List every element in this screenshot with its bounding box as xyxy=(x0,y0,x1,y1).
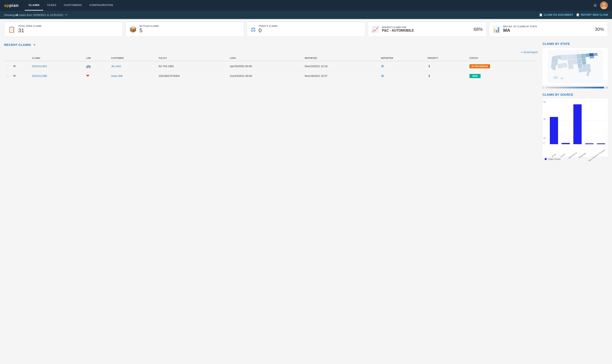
col-priority: PRIORITY xyxy=(426,55,467,61)
bar-phone-group xyxy=(560,101,571,144)
todays-claims-icon: ⚖ xyxy=(251,26,256,33)
table-row: ☆ ✉ 2021011402 🚌 Jia John 62-743-2381 Ap… xyxy=(4,61,538,71)
us-map-container xyxy=(543,48,608,85)
legend-gradient-bar xyxy=(545,87,604,88)
bar-whatsapp xyxy=(585,143,593,144)
customer-link-1[interactable]: Jia John xyxy=(111,65,121,68)
grid-icon[interactable]: ⊞ xyxy=(594,3,597,8)
bar-selfservice xyxy=(573,104,582,144)
excel-export-link[interactable]: ↩ Excel Export xyxy=(521,51,538,54)
nav-item-tasks[interactable]: TASKS xyxy=(43,0,60,11)
us-map-svg xyxy=(545,50,606,83)
navigation: appian CLAIMS TASKS CUSTOMERS CONFIGURAT… xyxy=(0,0,612,11)
bar-chart: 60 40 20 0 xyxy=(543,99,608,156)
claims-by-state-title: CLAIMS BY STATE xyxy=(543,42,608,45)
priority-icon-2: 🌡 xyxy=(428,74,431,78)
todays-claims-label: TODAY'S CLAIMS xyxy=(259,25,362,27)
recent-claims-header: RECENT CLAIMS ▼ xyxy=(4,40,538,49)
customer-1: Jia John xyxy=(109,61,156,71)
priority-1: 🌡 xyxy=(426,61,467,71)
col-lob: LOB xyxy=(84,55,109,61)
filter-icon[interactable]: ▼ xyxy=(33,43,36,47)
policy-2: 20210627070404 xyxy=(156,71,228,81)
y-label-20: 20 xyxy=(543,137,546,139)
bars-container xyxy=(549,101,606,144)
claims-by-source-section: CLAIMS BY SOURCE 60 40 20 0 xyxy=(543,93,608,160)
bar-phone xyxy=(561,143,570,144)
nav-item-configuration[interactable]: CONFIGURATION xyxy=(86,0,117,11)
priority-2: 🌡 xyxy=(426,71,467,81)
claims-by-source-title: CLAIMS BY SOURCE xyxy=(543,93,608,96)
status-2: NEW xyxy=(467,71,538,81)
highest-claims-icon: 📈 xyxy=(372,26,379,33)
status-1: IN PROGRESS xyxy=(467,61,538,71)
bar-whatsapp-group xyxy=(584,101,594,144)
y-label-0: 0 xyxy=(543,142,545,144)
main-content: RECENT CLAIMS ▼ ↩ Excel Export CLAIM# LO… xyxy=(0,40,612,164)
legend-min: 1 xyxy=(543,86,544,89)
nav-item-customers[interactable]: CUSTOMERS xyxy=(60,0,86,11)
stat-max-claims-state: 📊 MAX NO. OF CLAIMS BY STATE MA 30% xyxy=(489,22,608,37)
col-star xyxy=(4,55,11,61)
settled-claims-value: 5 xyxy=(140,27,240,34)
filter-description: Showing all cases from 10/29/2021 to 12/… xyxy=(4,13,67,16)
claim-link-1[interactable]: 2021011402 xyxy=(32,65,47,68)
star-1[interactable]: ☆ xyxy=(4,61,11,71)
bar-newadmission xyxy=(597,143,605,144)
nav-item-claims[interactable]: CLAIMS xyxy=(25,0,43,11)
bar-email xyxy=(550,117,558,144)
total-claims-label: TOTAL OPEN CLAIMS xyxy=(18,25,119,27)
report-new-claim-button[interactable]: 📝 REPORT NEW CLAIM xyxy=(576,13,608,16)
claim-id-1: 2021011402 xyxy=(30,61,84,71)
y-label-60: 60 xyxy=(543,101,546,103)
nav-right: ⊞ xyxy=(594,1,608,9)
loss-1: Apr/20/2002 00:00 xyxy=(228,61,303,71)
status-badge-2: NEW xyxy=(469,74,481,78)
table-header-row: CLAIM# LOB CUSTOMER POLICY LOSS REPORTED… xyxy=(4,55,538,61)
lob-icon-2: ❤ xyxy=(86,74,89,78)
bar-selfservice-group xyxy=(572,101,583,144)
max-state-value: MA xyxy=(503,28,592,33)
star-2[interactable]: ☆ xyxy=(4,71,11,81)
legend-dot xyxy=(545,158,547,160)
edit-filter-icon[interactable]: ✏ xyxy=(65,13,67,16)
reported-2: Nov/18/2021 15:57 xyxy=(303,71,379,81)
col-loss: LOSS xyxy=(228,55,303,61)
legend-label: Claim Count xyxy=(548,158,560,160)
email-icon-2[interactable]: ✉ xyxy=(11,71,30,81)
reporter-gear-icon-1[interactable]: ⚙ xyxy=(381,65,384,68)
highest-claims-pct: 68% xyxy=(474,27,483,32)
reporter-gear-icon-2[interactable]: ⚙ xyxy=(381,74,384,78)
claim-id-2: 2021011390 xyxy=(30,71,84,81)
status-badge-1: IN PROGRESS xyxy=(469,64,490,68)
todays-claims-value: 0 xyxy=(259,27,362,34)
report-icon: 📝 xyxy=(576,13,580,16)
stat-total-open-claims: 📋 TOTAL OPEN CLAIMS 31 xyxy=(4,22,123,37)
table-row: ☆ ✉ 2021011390 ❤ Haze Will 2021062707040… xyxy=(4,71,538,81)
excel-export-row: ↩ Excel Export xyxy=(4,49,538,55)
claims-by-state-section: CLAIMS BY STATE xyxy=(543,42,608,89)
highest-claims-label: HIGHEST CLAIMS FOR xyxy=(382,26,471,28)
col-status: STATUS xyxy=(467,55,538,61)
x-labels: Email Phone Self-Service WhatsApp New Ad… xyxy=(549,153,606,156)
left-panel: RECENT CLAIMS ▼ ↩ Excel Export CLAIM# LO… xyxy=(4,40,538,160)
customer-link-2[interactable]: Haze Will xyxy=(111,74,123,78)
col-customer: CUSTOMER xyxy=(109,55,156,61)
col-reported: REPORTED xyxy=(303,55,379,61)
email-icon-1[interactable]: ✉ xyxy=(11,61,30,71)
claim-link-2[interactable]: 2021011390 xyxy=(32,74,47,78)
action-buttons: 📄 CLAIM VIA DOCUMENT 📝 REPORT NEW CLAIM xyxy=(539,13,608,16)
app-logo[interactable]: appian xyxy=(4,3,19,8)
reporter-1: ⚙ xyxy=(379,61,426,71)
stats-row: 📋 TOTAL OPEN CLAIMS 31 📦 SETTLED CLAIMS … xyxy=(0,19,612,40)
avatar[interactable] xyxy=(600,1,608,9)
customer-2: Haze Will xyxy=(109,71,156,81)
settled-claims-label: SETTLED CLAIMS xyxy=(140,25,240,27)
claim-via-document-button[interactable]: 📄 CLAIM VIA DOCUMENT xyxy=(539,13,573,16)
claims-table-wrap: CLAIM# LOB CUSTOMER POLICY LOSS REPORTED… xyxy=(4,55,538,81)
col-policy: POLICY xyxy=(156,55,228,61)
highest-claims-value: P&C - AUTOMOBILE xyxy=(382,28,471,32)
document-icon: 📄 xyxy=(539,13,543,16)
max-state-label: MAX NO. OF CLAIMS BY STATE xyxy=(503,26,592,28)
showing-text: Showing all cases from 10/29/2021 to 12/… xyxy=(4,13,64,16)
